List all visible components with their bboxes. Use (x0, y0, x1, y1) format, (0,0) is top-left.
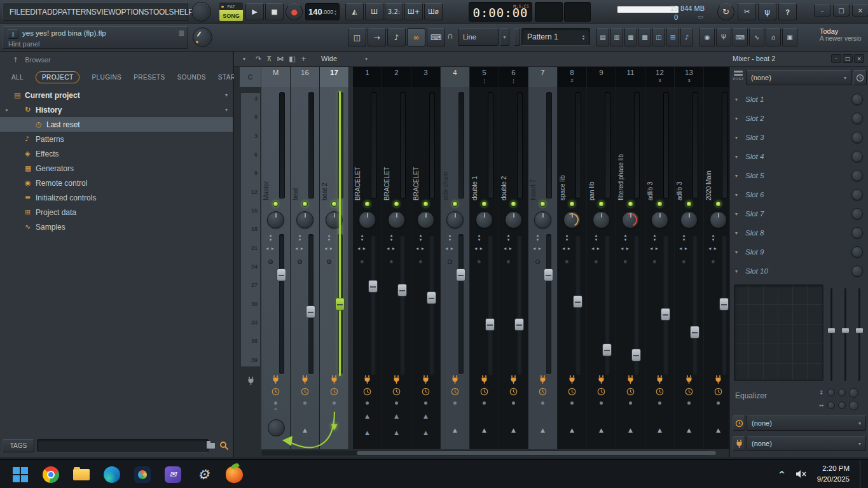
plugin-database-icon[interactable]: ⊞ (666, 28, 679, 46)
eq-knob[interactable] (827, 389, 835, 396)
browser-tab[interactable]: PROJECT (36, 71, 79, 83)
stereo-separation-icon[interactable]: ▴▾ (387, 234, 396, 242)
edge-icon[interactable] (99, 462, 125, 487)
pan-knob[interactable] (563, 211, 581, 228)
fx-plug-icon[interactable] (645, 375, 674, 384)
route-arrow-icon[interactable] (411, 410, 440, 447)
time-display[interactable]: M:S:CS 0:00:00 (469, 2, 532, 22)
menu-item[interactable]: PATTERNS (58, 8, 97, 17)
latency-clock-icon[interactable] (675, 387, 703, 396)
volume-fader-handle[interactable] (690, 326, 699, 338)
fx-plug-icon[interactable] (441, 375, 469, 384)
volume-fader-handle[interactable] (631, 349, 641, 361)
stereo-separation-icon[interactable]: ▴▾ (296, 234, 304, 242)
marketplace-icon[interactable]: ⌂ (766, 28, 781, 46)
stereo-separation-icon[interactable]: ▴▾ (325, 234, 333, 242)
latency-clock-icon[interactable] (382, 387, 411, 396)
tuner-icon[interactable]: Ψ (716, 28, 731, 46)
track-header[interactable]: 11 (616, 67, 645, 87)
fx-plug-icon[interactable] (528, 375, 557, 384)
volume-fader-handle[interactable] (368, 280, 378, 293)
separation-knob[interactable] (418, 260, 423, 264)
fx-plug-icon[interactable] (587, 375, 616, 384)
tree-item[interactable]: ▸ ⊞ Project data ▾ (0, 205, 233, 220)
track-enable-led[interactable] (569, 201, 575, 207)
fx-plug-icon[interactable] (470, 375, 499, 384)
track-enable-led[interactable] (273, 201, 279, 207)
volume-fader-handle[interactable] (661, 308, 670, 321)
track-enable-led[interactable] (302, 201, 308, 207)
latency-clock-icon[interactable] (528, 387, 557, 396)
project-title-panel[interactable]: ∥ yes yes! prod bina (flp).flp Hint pane… (3, 26, 188, 49)
record-arm-dot[interactable] (483, 401, 486, 405)
record-arm-dot[interactable] (600, 401, 603, 405)
width-arrows-icon[interactable]: ◂ ▸ (589, 246, 602, 251)
eq-low-fader[interactable] (827, 288, 837, 381)
mixer-window-button[interactable]: □ (843, 54, 853, 63)
touch-controller-icon[interactable]: ⌨ (733, 28, 748, 46)
route-arrow-icon[interactable] (353, 410, 382, 447)
slot-mix-knob[interactable] (851, 265, 863, 277)
show-desktop-button[interactable] (860, 460, 863, 488)
track-name[interactable]: beat 2 (321, 92, 331, 200)
patterns-icon[interactable]: ♪ (680, 28, 693, 46)
pat-mode-label[interactable]: PAT (219, 3, 243, 10)
fx-slot[interactable]: ▾ Slot 4 (730, 147, 868, 166)
track-name[interactable]: space lib (559, 92, 568, 200)
route-arrow-icon[interactable] (261, 410, 290, 447)
track-header[interactable]: 13 3 (675, 67, 703, 87)
latency-clock-icon[interactable] (704, 387, 729, 396)
separation-knob[interactable] (477, 260, 481, 264)
width-arrows-icon[interactable]: ◂ ▸ (385, 246, 397, 251)
pan-knob[interactable] (359, 211, 376, 228)
volume-fader-handle[interactable] (397, 284, 407, 296)
fx-slot[interactable]: ▾ Slot 7 (730, 204, 868, 223)
audio-input-plug-icon[interactable] (733, 436, 745, 451)
track-header[interactable]: M (261, 67, 290, 87)
eq-mid-fader[interactable] (841, 288, 851, 381)
follow-playback-icon[interactable]: → (368, 28, 386, 46)
menu-item[interactable]: EDIT (25, 8, 43, 17)
slot-menu-arrow-icon[interactable]: ▾ (735, 116, 738, 122)
browser-tab[interactable]: SOUNDS (177, 72, 206, 83)
latency-clock-icon[interactable] (558, 387, 586, 396)
separation-knob[interactable] (623, 260, 628, 264)
eq-high-fader[interactable] (855, 288, 865, 381)
volume-fader-handle[interactable] (514, 318, 524, 331)
pan-knob[interactable] (476, 211, 493, 228)
stereo-separation-icon[interactable]: ▴▾ (504, 234, 513, 242)
volume-fader-handle[interactable] (427, 291, 436, 304)
latency-clock-icon[interactable] (353, 387, 382, 396)
width-arrows-icon[interactable]: ◂ ▸ (648, 246, 661, 251)
mixer-track[interactable]: 2020 Main ▴▾ ◂ ▸ (704, 67, 729, 449)
mixer-track[interactable]: 8 2 space lib ▴▾ ◂ ▸ (558, 67, 587, 449)
shop-icon[interactable]: ▣ (782, 28, 797, 46)
pan-knob[interactable] (593, 211, 610, 228)
mixer-icon[interactable]: ▩ (638, 28, 651, 46)
mixer-track[interactable]: 13 3 adlib 3 ▴▾ ◂ ▸ (675, 67, 704, 449)
slot-mix-knob[interactable] (851, 227, 863, 239)
latency-clock-icon[interactable] (291, 387, 319, 396)
browser-up-icon[interactable]: ↑ (13, 56, 18, 64)
volume-fader-handle[interactable] (602, 344, 612, 356)
route-arrow-icon[interactable] (616, 410, 645, 447)
separation-knob[interactable] (565, 260, 569, 264)
snap-selector[interactable]: Line (458, 28, 499, 46)
expand-arrow-icon[interactable]: ▸ (6, 107, 8, 113)
volume-fader-handle[interactable] (719, 298, 729, 310)
pan-knob[interactable] (680, 211, 698, 228)
record-arm-dot[interactable] (512, 401, 515, 405)
record-arm-dot[interactable] (366, 401, 369, 405)
fx-plug-icon[interactable] (261, 375, 290, 384)
piano-roll-icon[interactable]: ▥ (610, 28, 623, 46)
photos-icon[interactable] (130, 462, 155, 487)
tray-chevron-icon[interactable]: ^ (778, 470, 785, 479)
track-header[interactable]: 1 (353, 67, 382, 87)
track-header[interactable]: 16 (291, 67, 319, 87)
mixer-track[interactable]: 4 side chain ▴▾ ◂ ▸ (441, 67, 470, 449)
cpu-panel[interactable]: 15 844 MB 0 ▭ (614, 1, 706, 22)
add-track-icon[interactable]: + (301, 55, 307, 63)
record-arm-dot[interactable] (303, 401, 307, 405)
tree-item[interactable]: ▸ ◈ Effects ▾ (0, 146, 233, 161)
stereo-separation-icon[interactable]: ▴▾ (475, 234, 483, 242)
